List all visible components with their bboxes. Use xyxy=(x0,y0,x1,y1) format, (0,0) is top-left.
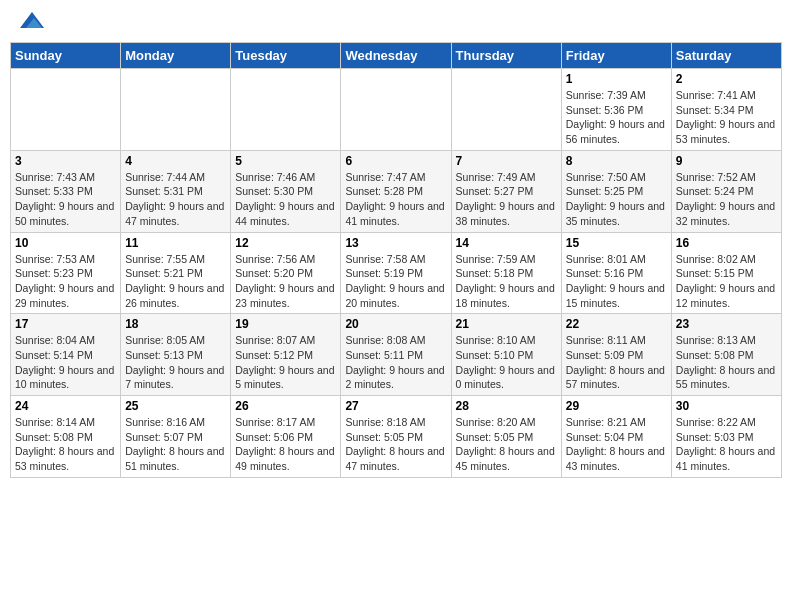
week-row-4: 17Sunrise: 8:04 AM Sunset: 5:14 PM Dayli… xyxy=(11,314,782,396)
day-number: 14 xyxy=(456,236,557,250)
day-number: 28 xyxy=(456,399,557,413)
day-number: 17 xyxy=(15,317,116,331)
day-number: 2 xyxy=(676,72,777,86)
calendar-cell: 26Sunrise: 8:17 AM Sunset: 5:06 PM Dayli… xyxy=(231,396,341,478)
day-number: 4 xyxy=(125,154,226,168)
day-number: 22 xyxy=(566,317,667,331)
day-info: Sunrise: 8:07 AM Sunset: 5:12 PM Dayligh… xyxy=(235,333,336,392)
day-number: 29 xyxy=(566,399,667,413)
day-number: 15 xyxy=(566,236,667,250)
week-row-1: 1Sunrise: 7:39 AM Sunset: 5:36 PM Daylig… xyxy=(11,69,782,151)
day-info: Sunrise: 8:01 AM Sunset: 5:16 PM Dayligh… xyxy=(566,252,667,311)
day-info: Sunrise: 8:13 AM Sunset: 5:08 PM Dayligh… xyxy=(676,333,777,392)
calendar-cell xyxy=(451,69,561,151)
day-number: 9 xyxy=(676,154,777,168)
calendar-cell xyxy=(121,69,231,151)
calendar-cell xyxy=(341,69,451,151)
day-info: Sunrise: 8:22 AM Sunset: 5:03 PM Dayligh… xyxy=(676,415,777,474)
day-info: Sunrise: 7:46 AM Sunset: 5:30 PM Dayligh… xyxy=(235,170,336,229)
calendar-cell: 29Sunrise: 8:21 AM Sunset: 5:04 PM Dayli… xyxy=(561,396,671,478)
calendar-cell: 15Sunrise: 8:01 AM Sunset: 5:16 PM Dayli… xyxy=(561,232,671,314)
logo-icon xyxy=(20,8,44,32)
day-info: Sunrise: 8:08 AM Sunset: 5:11 PM Dayligh… xyxy=(345,333,446,392)
calendar-cell: 23Sunrise: 8:13 AM Sunset: 5:08 PM Dayli… xyxy=(671,314,781,396)
calendar-cell: 8Sunrise: 7:50 AM Sunset: 5:25 PM Daylig… xyxy=(561,150,671,232)
calendar-cell: 10Sunrise: 7:53 AM Sunset: 5:23 PM Dayli… xyxy=(11,232,121,314)
day-number: 20 xyxy=(345,317,446,331)
calendar-cell: 18Sunrise: 8:05 AM Sunset: 5:13 PM Dayli… xyxy=(121,314,231,396)
day-info: Sunrise: 8:18 AM Sunset: 5:05 PM Dayligh… xyxy=(345,415,446,474)
weekday-header-sunday: Sunday xyxy=(11,43,121,69)
day-info: Sunrise: 8:11 AM Sunset: 5:09 PM Dayligh… xyxy=(566,333,667,392)
calendar-cell: 13Sunrise: 7:58 AM Sunset: 5:19 PM Dayli… xyxy=(341,232,451,314)
weekday-header-row: SundayMondayTuesdayWednesdayThursdayFrid… xyxy=(11,43,782,69)
day-number: 10 xyxy=(15,236,116,250)
day-info: Sunrise: 7:58 AM Sunset: 5:19 PM Dayligh… xyxy=(345,252,446,311)
logo-text xyxy=(18,18,44,32)
day-info: Sunrise: 7:55 AM Sunset: 5:21 PM Dayligh… xyxy=(125,252,226,311)
day-number: 3 xyxy=(15,154,116,168)
day-info: Sunrise: 7:39 AM Sunset: 5:36 PM Dayligh… xyxy=(566,88,667,147)
calendar-cell: 16Sunrise: 8:02 AM Sunset: 5:15 PM Dayli… xyxy=(671,232,781,314)
calendar-cell: 22Sunrise: 8:11 AM Sunset: 5:09 PM Dayli… xyxy=(561,314,671,396)
day-number: 18 xyxy=(125,317,226,331)
day-number: 1 xyxy=(566,72,667,86)
calendar-cell: 20Sunrise: 8:08 AM Sunset: 5:11 PM Dayli… xyxy=(341,314,451,396)
calendar-cell: 9Sunrise: 7:52 AM Sunset: 5:24 PM Daylig… xyxy=(671,150,781,232)
day-number: 25 xyxy=(125,399,226,413)
calendar-cell: 27Sunrise: 8:18 AM Sunset: 5:05 PM Dayli… xyxy=(341,396,451,478)
day-info: Sunrise: 7:53 AM Sunset: 5:23 PM Dayligh… xyxy=(15,252,116,311)
day-info: Sunrise: 8:16 AM Sunset: 5:07 PM Dayligh… xyxy=(125,415,226,474)
calendar-cell xyxy=(11,69,121,151)
calendar-cell: 1Sunrise: 7:39 AM Sunset: 5:36 PM Daylig… xyxy=(561,69,671,151)
day-number: 5 xyxy=(235,154,336,168)
week-row-5: 24Sunrise: 8:14 AM Sunset: 5:08 PM Dayli… xyxy=(11,396,782,478)
day-info: Sunrise: 7:43 AM Sunset: 5:33 PM Dayligh… xyxy=(15,170,116,229)
weekday-header-friday: Friday xyxy=(561,43,671,69)
day-info: Sunrise: 7:50 AM Sunset: 5:25 PM Dayligh… xyxy=(566,170,667,229)
day-number: 27 xyxy=(345,399,446,413)
day-number: 19 xyxy=(235,317,336,331)
calendar-cell: 6Sunrise: 7:47 AM Sunset: 5:28 PM Daylig… xyxy=(341,150,451,232)
calendar-cell: 4Sunrise: 7:44 AM Sunset: 5:31 PM Daylig… xyxy=(121,150,231,232)
day-info: Sunrise: 8:10 AM Sunset: 5:10 PM Dayligh… xyxy=(456,333,557,392)
day-number: 24 xyxy=(15,399,116,413)
day-number: 21 xyxy=(456,317,557,331)
calendar-cell: 17Sunrise: 8:04 AM Sunset: 5:14 PM Dayli… xyxy=(11,314,121,396)
day-info: Sunrise: 7:41 AM Sunset: 5:34 PM Dayligh… xyxy=(676,88,777,147)
day-info: Sunrise: 7:56 AM Sunset: 5:20 PM Dayligh… xyxy=(235,252,336,311)
day-number: 13 xyxy=(345,236,446,250)
weekday-header-saturday: Saturday xyxy=(671,43,781,69)
weekday-header-thursday: Thursday xyxy=(451,43,561,69)
day-info: Sunrise: 8:14 AM Sunset: 5:08 PM Dayligh… xyxy=(15,415,116,474)
day-number: 23 xyxy=(676,317,777,331)
day-info: Sunrise: 8:20 AM Sunset: 5:05 PM Dayligh… xyxy=(456,415,557,474)
calendar-cell: 28Sunrise: 8:20 AM Sunset: 5:05 PM Dayli… xyxy=(451,396,561,478)
day-info: Sunrise: 8:21 AM Sunset: 5:04 PM Dayligh… xyxy=(566,415,667,474)
calendar-header: SundayMondayTuesdayWednesdayThursdayFrid… xyxy=(11,43,782,69)
day-info: Sunrise: 8:17 AM Sunset: 5:06 PM Dayligh… xyxy=(235,415,336,474)
week-row-3: 10Sunrise: 7:53 AM Sunset: 5:23 PM Dayli… xyxy=(11,232,782,314)
calendar-cell: 21Sunrise: 8:10 AM Sunset: 5:10 PM Dayli… xyxy=(451,314,561,396)
page-header xyxy=(10,10,782,36)
day-info: Sunrise: 7:47 AM Sunset: 5:28 PM Dayligh… xyxy=(345,170,446,229)
day-info: Sunrise: 8:05 AM Sunset: 5:13 PM Dayligh… xyxy=(125,333,226,392)
day-info: Sunrise: 7:59 AM Sunset: 5:18 PM Dayligh… xyxy=(456,252,557,311)
day-info: Sunrise: 7:49 AM Sunset: 5:27 PM Dayligh… xyxy=(456,170,557,229)
calendar-cell: 14Sunrise: 7:59 AM Sunset: 5:18 PM Dayli… xyxy=(451,232,561,314)
weekday-header-wednesday: Wednesday xyxy=(341,43,451,69)
calendar-cell: 25Sunrise: 8:16 AM Sunset: 5:07 PM Dayli… xyxy=(121,396,231,478)
day-info: Sunrise: 7:52 AM Sunset: 5:24 PM Dayligh… xyxy=(676,170,777,229)
calendar-cell: 19Sunrise: 8:07 AM Sunset: 5:12 PM Dayli… xyxy=(231,314,341,396)
day-number: 6 xyxy=(345,154,446,168)
calendar-cell: 2Sunrise: 7:41 AM Sunset: 5:34 PM Daylig… xyxy=(671,69,781,151)
day-info: Sunrise: 8:04 AM Sunset: 5:14 PM Dayligh… xyxy=(15,333,116,392)
logo xyxy=(18,18,44,32)
day-number: 7 xyxy=(456,154,557,168)
calendar-cell: 12Sunrise: 7:56 AM Sunset: 5:20 PM Dayli… xyxy=(231,232,341,314)
calendar-cell: 30Sunrise: 8:22 AM Sunset: 5:03 PM Dayli… xyxy=(671,396,781,478)
weekday-header-tuesday: Tuesday xyxy=(231,43,341,69)
day-number: 12 xyxy=(235,236,336,250)
day-info: Sunrise: 7:44 AM Sunset: 5:31 PM Dayligh… xyxy=(125,170,226,229)
calendar-table: SundayMondayTuesdayWednesdayThursdayFrid… xyxy=(10,42,782,478)
